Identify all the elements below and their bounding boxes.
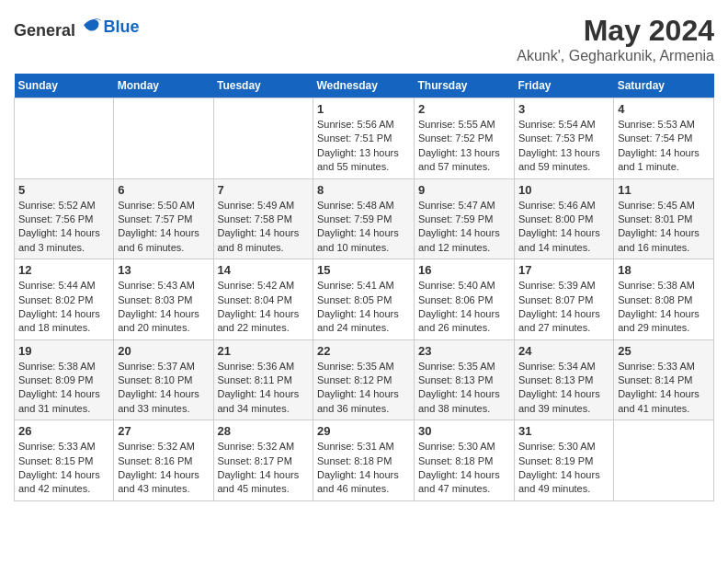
- day-number: 10: [518, 183, 609, 197]
- day-number: 14: [218, 263, 310, 277]
- calendar-cell: 14Sunrise: 5:42 AM Sunset: 8:04 PM Dayli…: [213, 259, 313, 340]
- day-info: Sunrise: 5:33 AM Sunset: 8:15 PM Dayligh…: [18, 440, 109, 497]
- day-info: Sunrise: 5:39 AM Sunset: 8:07 PM Dayligh…: [518, 279, 609, 336]
- day-info: Sunrise: 5:30 AM Sunset: 8:18 PM Dayligh…: [418, 440, 510, 497]
- day-info: Sunrise: 5:35 AM Sunset: 8:13 PM Dayligh…: [418, 360, 510, 417]
- day-number: 13: [118, 263, 209, 277]
- calendar-cell: 15Sunrise: 5:41 AM Sunset: 8:05 PM Dayli…: [313, 259, 415, 340]
- day-info: Sunrise: 5:42 AM Sunset: 8:04 PM Dayligh…: [218, 279, 310, 336]
- calendar-cell: 4Sunrise: 5:53 AM Sunset: 7:54 PM Daylig…: [614, 98, 714, 179]
- calendar-cell: 17Sunrise: 5:39 AM Sunset: 8:07 PM Dayli…: [514, 259, 613, 340]
- logo-icon: [82, 14, 104, 36]
- calendar-cell: 19Sunrise: 5:38 AM Sunset: 8:09 PM Dayli…: [15, 339, 114, 420]
- weekday-header: Thursday: [414, 74, 514, 98]
- calendar-week-row: 19Sunrise: 5:38 AM Sunset: 8:09 PM Dayli…: [15, 339, 714, 420]
- calendar-week-row: 5Sunrise: 5:52 AM Sunset: 7:56 PM Daylig…: [15, 178, 714, 259]
- logo: General Blue: [14, 14, 140, 40]
- calendar-cell: 23Sunrise: 5:35 AM Sunset: 8:13 PM Dayli…: [414, 339, 514, 420]
- calendar-cell: 27Sunrise: 5:32 AM Sunset: 8:16 PM Dayli…: [114, 420, 213, 501]
- day-number: 2: [418, 102, 510, 116]
- day-info: Sunrise: 5:50 AM Sunset: 7:57 PM Dayligh…: [118, 199, 209, 256]
- calendar-cell: 25Sunrise: 5:33 AM Sunset: 8:14 PM Dayli…: [614, 339, 714, 420]
- day-info: Sunrise: 5:41 AM Sunset: 8:05 PM Dayligh…: [317, 279, 410, 336]
- day-info: Sunrise: 5:36 AM Sunset: 8:11 PM Dayligh…: [218, 360, 310, 417]
- calendar-cell: 2Sunrise: 5:55 AM Sunset: 7:52 PM Daylig…: [414, 98, 514, 179]
- day-number: 8: [317, 183, 410, 197]
- day-number: 20: [118, 344, 209, 358]
- calendar-cell: 8Sunrise: 5:48 AM Sunset: 7:59 PM Daylig…: [313, 178, 415, 259]
- logo-blue: Blue: [104, 17, 140, 36]
- day-number: 16: [418, 263, 510, 277]
- calendar-cell: [614, 420, 714, 501]
- calendar-week-row: 1Sunrise: 5:56 AM Sunset: 7:51 PM Daylig…: [15, 98, 714, 179]
- day-info: Sunrise: 5:34 AM Sunset: 8:13 PM Dayligh…: [518, 360, 609, 417]
- day-number: 1: [317, 102, 410, 116]
- calendar-cell: 16Sunrise: 5:40 AM Sunset: 8:06 PM Dayli…: [414, 259, 514, 340]
- calendar-cell: 29Sunrise: 5:31 AM Sunset: 8:18 PM Dayli…: [313, 420, 415, 501]
- location-title: Akunk', Gegharkunik, Armenia: [517, 48, 714, 64]
- day-info: Sunrise: 5:38 AM Sunset: 8:09 PM Dayligh…: [18, 360, 109, 417]
- calendar-cell: 21Sunrise: 5:36 AM Sunset: 8:11 PM Dayli…: [213, 339, 313, 420]
- day-info: Sunrise: 5:53 AM Sunset: 7:54 PM Dayligh…: [618, 118, 710, 175]
- day-number: 17: [518, 263, 609, 277]
- calendar-cell: 11Sunrise: 5:45 AM Sunset: 8:01 PM Dayli…: [614, 178, 714, 259]
- day-number: 6: [118, 183, 209, 197]
- day-info: Sunrise: 5:55 AM Sunset: 7:52 PM Dayligh…: [418, 118, 510, 175]
- calendar-cell: 24Sunrise: 5:34 AM Sunset: 8:13 PM Dayli…: [514, 339, 613, 420]
- day-info: Sunrise: 5:52 AM Sunset: 7:56 PM Dayligh…: [18, 199, 109, 256]
- day-number: 11: [618, 183, 710, 197]
- calendar-cell: 22Sunrise: 5:35 AM Sunset: 8:12 PM Dayli…: [313, 339, 415, 420]
- logo-general: General: [14, 21, 75, 40]
- day-number: 24: [518, 344, 609, 358]
- weekday-header: Saturday: [614, 74, 714, 98]
- calendar-cell: 3Sunrise: 5:54 AM Sunset: 7:53 PM Daylig…: [514, 98, 613, 179]
- day-number: 3: [518, 102, 609, 116]
- day-info: Sunrise: 5:43 AM Sunset: 8:03 PM Dayligh…: [118, 279, 209, 336]
- weekday-header: Sunday: [15, 74, 114, 98]
- day-number: 21: [218, 344, 310, 358]
- weekday-header-row: SundayMondayTuesdayWednesdayThursdayFrid…: [15, 74, 714, 98]
- day-number: 5: [18, 183, 109, 197]
- day-info: Sunrise: 5:38 AM Sunset: 8:08 PM Dayligh…: [618, 279, 710, 336]
- weekday-header: Wednesday: [313, 74, 415, 98]
- day-info: Sunrise: 5:32 AM Sunset: 8:17 PM Dayligh…: [218, 440, 310, 497]
- calendar-cell: 20Sunrise: 5:37 AM Sunset: 8:10 PM Dayli…: [114, 339, 213, 420]
- day-number: 15: [317, 263, 410, 277]
- day-info: Sunrise: 5:46 AM Sunset: 8:00 PM Dayligh…: [518, 199, 609, 256]
- calendar-cell: 13Sunrise: 5:43 AM Sunset: 8:03 PM Dayli…: [114, 259, 213, 340]
- calendar-cell: 7Sunrise: 5:49 AM Sunset: 7:58 PM Daylig…: [213, 178, 313, 259]
- day-number: 7: [218, 183, 310, 197]
- page-header: General Blue May 2024 Akunk', Gegharkuni…: [14, 14, 714, 64]
- calendar-cell: 18Sunrise: 5:38 AM Sunset: 8:08 PM Dayli…: [614, 259, 714, 340]
- day-info: Sunrise: 5:54 AM Sunset: 7:53 PM Dayligh…: [518, 118, 609, 175]
- day-number: 22: [317, 344, 410, 358]
- day-number: 12: [18, 263, 109, 277]
- calendar-cell: 9Sunrise: 5:47 AM Sunset: 7:59 PM Daylig…: [414, 178, 514, 259]
- day-number: 26: [18, 424, 109, 438]
- day-info: Sunrise: 5:44 AM Sunset: 8:02 PM Dayligh…: [18, 279, 109, 336]
- day-info: Sunrise: 5:49 AM Sunset: 7:58 PM Dayligh…: [218, 199, 310, 256]
- calendar-week-row: 26Sunrise: 5:33 AM Sunset: 8:15 PM Dayli…: [15, 420, 714, 501]
- calendar-cell: 10Sunrise: 5:46 AM Sunset: 8:00 PM Dayli…: [514, 178, 613, 259]
- day-info: Sunrise: 5:33 AM Sunset: 8:14 PM Dayligh…: [618, 360, 710, 417]
- day-number: 30: [418, 424, 510, 438]
- calendar-cell: 1Sunrise: 5:56 AM Sunset: 7:51 PM Daylig…: [313, 98, 415, 179]
- day-number: 27: [118, 424, 209, 438]
- day-number: 19: [18, 344, 109, 358]
- calendar-cell: 31Sunrise: 5:30 AM Sunset: 8:19 PM Dayli…: [514, 420, 613, 501]
- day-info: Sunrise: 5:30 AM Sunset: 8:19 PM Dayligh…: [518, 440, 609, 497]
- day-info: Sunrise: 5:48 AM Sunset: 7:59 PM Dayligh…: [317, 199, 410, 256]
- day-number: 25: [618, 344, 710, 358]
- weekday-header: Tuesday: [213, 74, 313, 98]
- calendar-cell: 12Sunrise: 5:44 AM Sunset: 8:02 PM Dayli…: [15, 259, 114, 340]
- day-info: Sunrise: 5:31 AM Sunset: 8:18 PM Dayligh…: [317, 440, 410, 497]
- day-number: 18: [618, 263, 710, 277]
- day-info: Sunrise: 5:45 AM Sunset: 8:01 PM Dayligh…: [618, 199, 710, 256]
- weekday-header: Friday: [514, 74, 613, 98]
- day-number: 28: [218, 424, 310, 438]
- calendar-cell: 6Sunrise: 5:50 AM Sunset: 7:57 PM Daylig…: [114, 178, 213, 259]
- calendar-cell: 26Sunrise: 5:33 AM Sunset: 8:15 PM Dayli…: [15, 420, 114, 501]
- calendar-cell: [114, 98, 213, 179]
- day-info: Sunrise: 5:37 AM Sunset: 8:10 PM Dayligh…: [118, 360, 209, 417]
- calendar-cell: [15, 98, 114, 179]
